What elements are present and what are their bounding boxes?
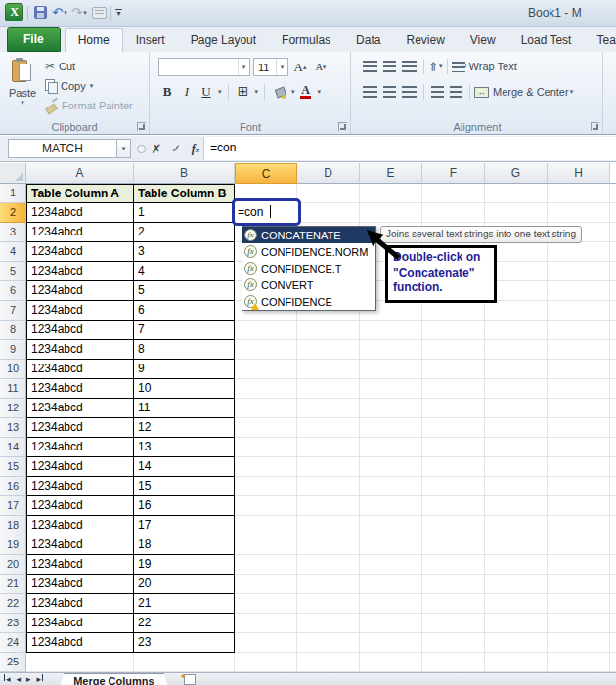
tab-file[interactable]: File: [7, 27, 61, 52]
cell-B5[interactable]: 4: [134, 262, 235, 281]
align-bottom-icon[interactable]: [402, 61, 417, 72]
row-header-8[interactable]: 8: [0, 321, 26, 340]
cell-H5[interactable]: [548, 262, 610, 281]
merge-center-button[interactable]: Merge & Center: [493, 86, 569, 98]
autocomplete-item-confidence[interactable]: fxCONFIDENCE: [242, 293, 375, 310]
orientation-icon[interactable]: ⇗: [425, 58, 442, 74]
cell-G22[interactable]: [485, 594, 548, 614]
cell-E12[interactable]: [360, 399, 422, 418]
cell-F20[interactable]: [422, 555, 485, 575]
tab-insert[interactable]: Insert: [123, 29, 178, 52]
align-right-icon[interactable]: [402, 86, 417, 98]
autocomplete-item-confidence.t[interactable]: fxCONFIDENCE.T: [242, 260, 375, 277]
cell-F11[interactable]: [422, 379, 485, 399]
cell-E25[interactable]: [360, 653, 422, 672]
cell-A6[interactable]: 1234abcd: [26, 281, 134, 301]
cell-A9[interactable]: 1234abcd: [26, 340, 134, 360]
cell-F19[interactable]: [422, 535, 485, 555]
cell-F13[interactable]: [422, 418, 485, 438]
fill-color-button[interactable]: [271, 83, 288, 101]
autocomplete-item-confidence.norm[interactable]: fxCONFIDENCE.NORM: [242, 243, 375, 260]
font-color-button[interactable]: A: [297, 83, 315, 101]
autocomplete-item-convert[interactable]: fxCONVERT: [242, 277, 375, 293]
cell-B18[interactable]: 17: [134, 516, 235, 535]
cell-B7[interactable]: 6: [134, 301, 235, 321]
cell-F15[interactable]: [422, 457, 485, 477]
column-header-d[interactable]: D: [297, 163, 360, 184]
column-header-e[interactable]: E: [360, 163, 422, 184]
cell-F1[interactable]: [422, 184, 485, 203]
cell-B15[interactable]: 14: [134, 457, 235, 477]
cell-F24[interactable]: [422, 633, 485, 653]
cell-B20[interactable]: 19: [134, 555, 235, 575]
last-sheet-button[interactable]: ▸: [37, 674, 44, 685]
bold-button[interactable]: B: [158, 83, 176, 101]
cell-H17[interactable]: [548, 496, 610, 516]
cell-D11[interactable]: [297, 379, 360, 399]
cell-F8[interactable]: [422, 321, 485, 340]
row-header-12[interactable]: 12: [0, 399, 26, 418]
cell-B12[interactable]: 11: [134, 399, 235, 418]
cell-G12[interactable]: [485, 399, 548, 418]
row-header-25[interactable]: 25: [0, 653, 26, 672]
row-header-1[interactable]: 1: [0, 184, 26, 203]
cell-A25[interactable]: [26, 653, 134, 672]
increase-indent-icon[interactable]: [450, 86, 462, 98]
excel-logo[interactable]: X: [5, 3, 23, 21]
align-center-icon[interactable]: [383, 86, 396, 98]
decrease-indent-icon[interactable]: [431, 86, 444, 98]
cell-G7[interactable]: [485, 301, 548, 321]
cell-E18[interactable]: [360, 516, 422, 535]
cell-E11[interactable]: [360, 379, 422, 399]
next-sheet-button[interactable]: ▸: [26, 674, 31, 685]
row-header-21[interactable]: 21: [0, 575, 26, 594]
cell-G23[interactable]: [485, 614, 548, 633]
cell-B4[interactable]: 3: [134, 242, 235, 262]
cell-B22[interactable]: 21: [134, 594, 235, 614]
cell-C14[interactable]: [235, 438, 297, 457]
row-header-22[interactable]: 22: [0, 594, 26, 614]
cell-A23[interactable]: 1234abcd: [26, 614, 134, 633]
cell-D14[interactable]: [297, 438, 360, 457]
row-header-18[interactable]: 18: [0, 516, 26, 535]
row-header-13[interactable]: 13: [0, 418, 26, 438]
column-header-f[interactable]: F: [422, 163, 485, 184]
shrink-font-button[interactable]: A▾: [312, 59, 330, 76]
cell-C10[interactable]: [235, 360, 297, 379]
cancel-button[interactable]: ✗: [148, 140, 165, 157]
cell-A3[interactable]: 1234abcd: [26, 223, 134, 242]
cell-G17[interactable]: [485, 496, 548, 516]
format-painter-button[interactable]: Format Painter: [45, 97, 133, 113]
row-header-4[interactable]: 4: [0, 242, 26, 262]
cell-H14[interactable]: [548, 438, 610, 457]
cell-A19[interactable]: 1234abcd: [26, 535, 134, 555]
cell-D16[interactable]: [297, 477, 360, 496]
column-header-b[interactable]: B: [134, 163, 235, 184]
row-header-2[interactable]: 2: [0, 203, 26, 223]
tab-home[interactable]: Home: [65, 28, 123, 52]
cell-D23[interactable]: [297, 614, 360, 633]
enter-button[interactable]: ✓: [167, 140, 185, 157]
cell-G24[interactable]: [485, 633, 548, 653]
cell-H24[interactable]: [548, 633, 610, 653]
cell-F25[interactable]: [422, 653, 485, 672]
cell-G16[interactable]: [485, 477, 548, 496]
cell-E9[interactable]: [360, 340, 422, 360]
cell-G20[interactable]: [485, 555, 548, 575]
cell-G2[interactable]: [485, 203, 548, 223]
cell-C21[interactable]: [235, 575, 297, 594]
cell-G8[interactable]: [485, 321, 548, 340]
cell-B25[interactable]: [134, 653, 235, 672]
cell-E14[interactable]: [360, 438, 422, 457]
cell-F14[interactable]: [422, 438, 485, 457]
cell-E10[interactable]: [360, 360, 422, 379]
font-size-combo[interactable]: 11▾: [253, 58, 288, 76]
cell-C18[interactable]: [235, 516, 297, 535]
cell-A20[interactable]: 1234abcd: [26, 555, 134, 575]
cell-D19[interactable]: [297, 535, 360, 555]
row-header-15[interactable]: 15: [0, 457, 26, 477]
autocomplete-item-concatenate[interactable]: fxCONCATENATE: [242, 227, 375, 243]
qat-extra-button[interactable]: [91, 4, 107, 21]
cell-H25[interactable]: [548, 653, 610, 672]
cell-H23[interactable]: [548, 614, 610, 633]
